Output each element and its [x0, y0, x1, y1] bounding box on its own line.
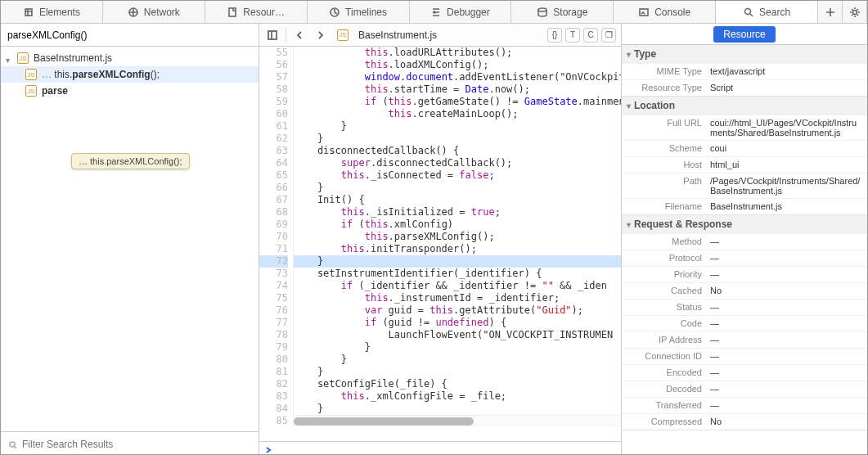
- detail-row: CachedNo: [622, 282, 867, 299]
- plus-icon: [825, 7, 836, 18]
- disclosure-triangle-icon[interactable]: [6, 54, 14, 62]
- code-line[interactable]: this._xmlConfigFile = _file;: [294, 390, 621, 403]
- code-line[interactable]: this._isInitialized = true;: [294, 206, 621, 218]
- svg-rect-2: [229, 8, 236, 16]
- tab-network[interactable]: Network: [103, 1, 205, 23]
- detail-row: CompressedNo: [622, 413, 867, 430]
- gear-button[interactable]: [843, 1, 867, 23]
- filter-icon: [7, 439, 17, 449]
- detail-row: Encoded—: [622, 364, 867, 381]
- code-line[interactable]: }: [294, 182, 621, 194]
- js-line-icon: JS: [25, 85, 37, 97]
- code-line[interactable]: this._instrumentId = _identifier;: [294, 292, 621, 304]
- code-editor[interactable]: 5556575859606162636465666768697071727374…: [259, 47, 621, 441]
- svg-rect-0: [25, 9, 32, 16]
- editor-file-name: BaseInstrument.js: [358, 29, 437, 41]
- console-prompt[interactable]: [259, 441, 621, 455]
- tab-icon: [537, 7, 548, 18]
- horizontal-scrollbar[interactable]: [294, 415, 621, 426]
- dock-toggle-button[interactable]: [264, 27, 281, 43]
- search-input[interactable]: [7, 29, 252, 41]
- code-line[interactable]: LaunchFlowEvent("ON_VCOCKPIT_INSTRUMEN: [294, 329, 621, 341]
- code-line[interactable]: if (_identifier && _identifier != "" && …: [294, 280, 621, 292]
- code-line[interactable]: }: [294, 354, 621, 366]
- tab-timelines[interactable]: Timelines: [308, 1, 410, 23]
- result-file[interactable]: JS BaseInstrument.js: [1, 50, 259, 66]
- filter-input[interactable]: [22, 439, 252, 450]
- code-line[interactable]: setConfigFile(_file) {: [294, 378, 621, 390]
- detail-row: Status—: [622, 299, 867, 315]
- editor-panel: JS BaseInstrument.js {}TC❐ 5556575859606…: [259, 24, 622, 455]
- tab-console[interactable]: Console: [614, 1, 716, 23]
- code-line[interactable]: }: [294, 120, 621, 133]
- tab-icon: [227, 7, 238, 18]
- code-line[interactable]: if (guid != undefined) {: [294, 317, 621, 329]
- code-line[interactable]: this.createMainLoop();: [294, 108, 621, 120]
- nav-forward-button[interactable]: [313, 27, 329, 43]
- tab-resour[interactable]: Resour…: [205, 1, 308, 23]
- plus-button[interactable]: [818, 1, 843, 23]
- svg-point-8: [852, 10, 857, 14]
- editor-file[interactable]: JS BaseInstrument.js: [334, 29, 542, 41]
- detail-row: Method—: [622, 233, 867, 250]
- code-line[interactable]: var guid = this.getAttribute("Guid");: [294, 304, 621, 317]
- detail-row: Path/Pages/VCockpit/Instruments/Shared/B…: [622, 173, 867, 198]
- detail-row: Decoded—: [622, 381, 867, 397]
- details-tabbar: Resource: [622, 24, 867, 45]
- detail-row: Hosthtml_ui: [622, 156, 867, 173]
- search-result-line[interactable]: JSparse: [1, 83, 259, 99]
- code-line[interactable]: if (this.getGameState() != GameState.mai…: [294, 96, 621, 108]
- code-line[interactable]: }: [294, 255, 621, 268]
- detail-row: Code—: [622, 315, 867, 331]
- code-line[interactable]: super.disconnectedCallback();: [294, 157, 621, 169]
- detail-row: Resource TypeScript: [622, 79, 867, 96]
- search-field-row: [1, 24, 259, 47]
- gear-icon: [849, 7, 861, 18]
- code-line[interactable]: }: [294, 341, 621, 354]
- section-header[interactable]: Location: [622, 97, 867, 115]
- code-line[interactable]: Init() {: [294, 194, 621, 206]
- section-header[interactable]: Request & Response: [622, 215, 867, 233]
- svg-point-7: [745, 8, 751, 14]
- tab-storage[interactable]: Storage: [511, 1, 614, 23]
- code-line[interactable]: setInstrumentIdentifier(_identifier) {: [294, 268, 621, 280]
- code-line[interactable]: this.parseXMLConfig();: [294, 231, 621, 243]
- code-line[interactable]: if (this.xmlConfig): [294, 218, 621, 231]
- svg-rect-10: [268, 31, 277, 39]
- tab-debugger[interactable]: Debugger: [410, 1, 512, 23]
- resource-tab[interactable]: Resource: [713, 26, 775, 43]
- coverage-button[interactable]: C: [583, 28, 598, 43]
- search-result-line[interactable]: JS… this.parseXMLConfig();: [1, 66, 259, 83]
- code-line[interactable]: }: [294, 366, 621, 378]
- details-panel: Resource TypeMIME Typetext/javascriptRes…: [622, 24, 867, 455]
- js-line-icon: JS: [25, 69, 37, 80]
- code-line[interactable]: this.loadURLAttributes();: [294, 47, 621, 59]
- detail-row: Transferred—: [622, 397, 867, 413]
- type-button[interactable]: T: [565, 28, 580, 43]
- code-line[interactable]: this.loadXMLConfig();: [294, 59, 621, 71]
- tab-elements[interactable]: Elements: [1, 1, 103, 23]
- result-file-name: BaseInstrument.js: [34, 52, 112, 64]
- svg-point-4: [434, 11, 435, 13]
- popout-button[interactable]: ❐: [601, 28, 616, 43]
- tab-icon: [430, 7, 442, 18]
- code-line[interactable]: }: [294, 133, 621, 145]
- tab-icon: [128, 7, 139, 18]
- filter-bar: [1, 431, 259, 455]
- detail-row: Connection ID—: [622, 348, 867, 364]
- pretty-print-button[interactable]: {}: [547, 28, 562, 43]
- code-line[interactable]: this._isConnected = false;: [294, 169, 621, 182]
- section-header[interactable]: Type: [622, 45, 867, 63]
- code-line[interactable]: window.document.addEventListener("OnVCoc…: [294, 71, 621, 83]
- code-line[interactable]: disconnectedCallback() {: [294, 145, 621, 157]
- code-line[interactable]: this.startTime = Date.now();: [294, 83, 621, 96]
- tab-icon: [329, 7, 340, 18]
- svg-point-5: [538, 8, 546, 11]
- code-line[interactable]: }: [294, 403, 621, 415]
- detail-row: IP Address—: [622, 331, 867, 348]
- code-line[interactable]: this.initTransponder();: [294, 243, 621, 255]
- nav-back-button[interactable]: [291, 27, 308, 43]
- tab-search[interactable]: Search: [716, 1, 818, 23]
- editor-toolbar: JS BaseInstrument.js {}TC❐: [259, 24, 621, 47]
- tab-icon: [638, 7, 650, 18]
